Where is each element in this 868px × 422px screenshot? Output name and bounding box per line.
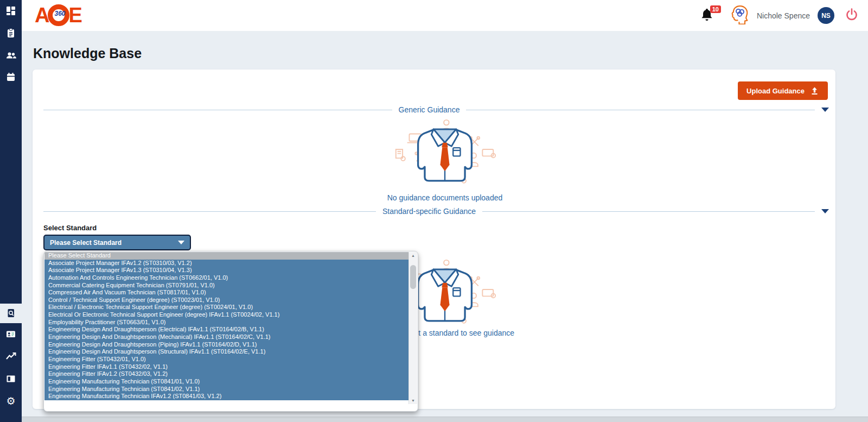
chevron-down-icon[interactable] <box>821 209 829 213</box>
document-search-icon <box>6 308 16 318</box>
standard-option[interactable]: Automation And Controls Engineering Tech… <box>44 274 409 282</box>
chart-trend-icon <box>6 352 16 361</box>
scrollbar-thumb[interactable] <box>410 265 416 289</box>
avatar[interactable]: NS <box>818 7 834 24</box>
standard-option[interactable]: Engineering Manufacturing Technician IFA… <box>44 393 409 400</box>
standard-option[interactable]: Employability Practitioner (ST0663/01, V… <box>44 319 409 326</box>
logo-letter-e: E <box>68 4 81 26</box>
sidebar-item-tasks[interactable] <box>0 24 22 42</box>
standard-options: Please Select Standard Associate Project… <box>44 252 409 400</box>
standard-option[interactable]: Engineering Fitter (ST0432/01, V1.0) <box>44 356 409 363</box>
horizontal-scrollbar-track[interactable] <box>22 417 868 422</box>
select-standard-label: Select Standard <box>43 224 97 232</box>
standard-option[interactable]: Engineering Design And Draughtsperson (E… <box>44 326 409 333</box>
notification-badge: 10 <box>710 5 721 13</box>
divider-line <box>43 110 392 110</box>
sidebar-item-knowledge-base[interactable] <box>0 304 22 323</box>
sidebar-item-users[interactable] <box>0 46 22 65</box>
clipboard-icon <box>6 28 16 38</box>
standard-option[interactable]: Associate Project Manager IFAv1.2 (ST031… <box>44 260 409 267</box>
standard-option[interactable]: Control / Technical Support Engineer (de… <box>44 297 409 304</box>
dropdown-scrollbar[interactable] <box>409 252 417 404</box>
standard-select[interactable]: Please Select Standard <box>43 235 191 250</box>
upload-guidance-button[interactable]: Upload Guidance <box>738 81 828 100</box>
standard-option-placeholder[interactable]: Please Select Standard <box>44 252 409 260</box>
standard-option[interactable]: Engineering Fitter IFAv1.1 (ST0432/02, V… <box>44 363 409 371</box>
divider-line <box>43 211 376 212</box>
standard-option[interactable]: Compressed Air And Vacuum Technician (ST… <box>44 289 409 297</box>
page-title: Knowledge Base <box>33 46 142 61</box>
app-logo[interactable]: A 360 E <box>35 4 82 26</box>
divider-line <box>482 211 815 212</box>
calendar-icon <box>6 72 16 82</box>
caret-down-icon <box>178 241 184 244</box>
sidebar-item-reports[interactable] <box>0 347 22 366</box>
power-icon <box>845 8 858 21</box>
standard-option[interactable]: Engineering Manufacturing Technician (ST… <box>44 378 409 386</box>
standard-guidance-header: Standard-specific Guidance <box>43 207 829 216</box>
standard-option[interactable]: Engineering Design And Draughtsperson (S… <box>44 348 409 356</box>
sidebar-item-contacts[interactable] <box>0 325 22 343</box>
standard-option[interactable]: Associate Project Manager IFAv1.3 (ST031… <box>44 267 409 274</box>
standard-option[interactable]: Engineering Design And Draughtsperson (M… <box>44 333 409 341</box>
logo-360-label: 360 <box>54 10 65 17</box>
standard-dropdown-panel: Please Select Standard Associate Project… <box>43 251 418 412</box>
standard-guidance-title: Standard-specific Guidance <box>382 207 476 216</box>
standard-options-list: Associate Project Manager IFAv1.2 (ST031… <box>44 260 409 400</box>
upload-arrow-icon <box>810 86 819 95</box>
id-card-icon <box>6 329 16 339</box>
gear-icon <box>6 396 15 407</box>
generic-empty-text: No guidance documents uploaded <box>43 193 846 202</box>
standard-option[interactable]: Electrical Or Electronic Technical Suppo… <box>44 311 409 319</box>
generic-guidance-header: Generic Guidance <box>43 105 829 114</box>
panel-icon <box>6 375 16 383</box>
sidebar-item-panels[interactable] <box>0 369 22 388</box>
divider-line <box>466 110 815 110</box>
generic-guidance-title: Generic Guidance <box>399 105 460 114</box>
sidebar-nav <box>0 0 22 422</box>
ai-assistant-button[interactable] <box>731 5 748 27</box>
sidebar-item-dashboard[interactable] <box>0 2 22 20</box>
header-actions: 10 Nichole Spence NS <box>700 0 858 31</box>
notifications-button[interactable]: 10 <box>700 8 716 24</box>
chevron-down-icon[interactable] <box>821 108 829 112</box>
standard-select-value: Please Select Standard <box>50 239 122 247</box>
standard-option[interactable]: Engineering Design And Draughtsperson (P… <box>44 341 409 349</box>
top-header: A 360 E 10 <box>22 0 868 31</box>
logout-button[interactable] <box>845 8 858 23</box>
logo-c-ring: 360 <box>48 4 69 26</box>
user-name: Nichole Spence <box>757 11 810 20</box>
knowledge-base-card: Upload Guidance Generic Guidance No guid… <box>33 70 835 409</box>
brain-head-icon <box>731 5 748 24</box>
standard-option[interactable]: Engineering Manufacturing Technician (ST… <box>44 386 409 393</box>
standard-option[interactable]: Commercial Catering Equipment Technician… <box>44 282 409 289</box>
app-window: A 360 E 10 <box>0 0 868 422</box>
standard-option[interactable]: Electrical / Electronic Technical Suppor… <box>44 304 409 311</box>
scroll-up-icon[interactable] <box>409 252 417 259</box>
shirt-illustration <box>391 118 499 191</box>
logo-letter-a: A <box>35 4 49 26</box>
sidebar-item-calendar[interactable] <box>0 68 22 86</box>
sidebar-item-settings[interactable] <box>0 392 22 411</box>
standard-option[interactable]: Engineering Fitter IFAv1.2 (ST0432/03, V… <box>44 370 409 378</box>
dashboard-icon <box>6 6 16 16</box>
scroll-down-icon[interactable] <box>409 397 417 404</box>
upload-guidance-label: Upload Guidance <box>746 87 805 95</box>
users-icon <box>6 51 16 60</box>
